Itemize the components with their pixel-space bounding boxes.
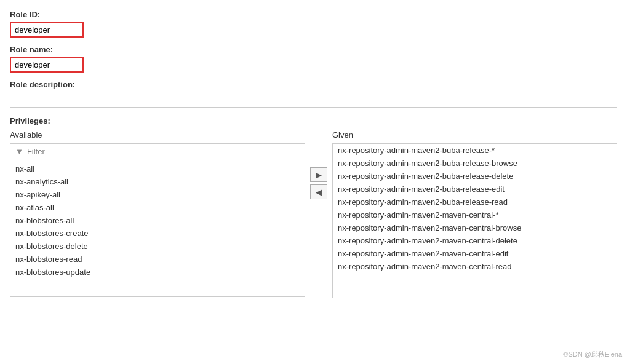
role-description-input[interactable] <box>10 92 617 108</box>
given-list-item[interactable]: nx-repository-admin-maven2-maven-central… <box>333 234 617 247</box>
given-list-item[interactable]: nx-repository-admin-maven2-maven-central… <box>333 221 617 234</box>
role-name-label: Role name: <box>10 45 617 54</box>
privileges-columns: Available ▼ nx-allnx-analytics-allnx-api… <box>10 130 617 298</box>
available-list-item[interactable]: nx-all <box>10 162 305 175</box>
given-list-item[interactable]: nx-repository-admin-maven2-maven-central… <box>333 247 617 260</box>
role-name-input[interactable] <box>10 57 84 73</box>
given-list[interactable]: nx-repository-admin-maven2-buba-release-… <box>332 143 617 298</box>
given-header: Given <box>332 130 617 140</box>
given-column: Given nx-repository-admin-maven2-buba-re… <box>332 130 617 298</box>
available-list-item[interactable]: nx-blobstores-update <box>10 266 305 279</box>
given-list-item[interactable]: nx-repository-admin-maven2-buba-release-… <box>333 183 617 196</box>
available-list-item[interactable]: nx-blobstores-delete <box>10 240 305 253</box>
add-privilege-button[interactable]: ▶ <box>310 167 327 182</box>
role-id-label: Role ID: <box>10 10 617 19</box>
available-list-item[interactable]: nx-blobstores-read <box>10 253 305 266</box>
filter-box[interactable]: ▼ <box>10 143 305 159</box>
privileges-section: Privileges: Available ▼ nx-allnx-analyti… <box>10 116 617 298</box>
given-list-item[interactable]: nx-repository-admin-maven2-maven-central… <box>333 260 617 273</box>
role-name-group: Role name: <box>10 45 617 73</box>
available-list-item[interactable]: nx-analytics-all <box>10 175 305 188</box>
available-list-item[interactable]: nx-apikey-all <box>10 188 305 201</box>
available-list-item[interactable]: nx-blobstores-all <box>10 214 305 227</box>
role-id-input[interactable] <box>10 22 84 38</box>
given-list-item[interactable]: nx-repository-admin-maven2-maven-central… <box>333 208 617 221</box>
available-column: Available ▼ nx-allnx-analytics-allnx-api… <box>10 130 305 297</box>
privileges-title: Privileges: <box>10 116 617 125</box>
given-list-item[interactable]: nx-repository-admin-maven2-buba-release-… <box>333 170 617 183</box>
role-description-label: Role description: <box>10 80 617 89</box>
given-list-item[interactable]: nx-repository-admin-maven2-buba-release-… <box>333 196 617 208</box>
arrows-column: ▶ ◀ <box>305 167 332 199</box>
remove-privilege-button[interactable]: ◀ <box>310 184 327 199</box>
given-list-item[interactable]: nx-repository-admin-maven2-buba-release-… <box>333 157 617 170</box>
role-id-group: Role ID: <box>10 10 617 38</box>
available-list-item[interactable]: nx-atlas-all <box>10 201 305 214</box>
given-list-item[interactable]: nx-repository-admin-maven2-buba-release-… <box>333 144 617 157</box>
role-description-group: Role description: <box>10 80 617 108</box>
filter-icon: ▼ <box>15 147 23 156</box>
available-header: Available <box>10 130 305 140</box>
available-list[interactable]: nx-allnx-analytics-allnx-apikey-allnx-at… <box>10 162 305 297</box>
filter-input[interactable] <box>27 147 300 156</box>
available-list-item[interactable]: nx-blobstores-create <box>10 227 305 240</box>
